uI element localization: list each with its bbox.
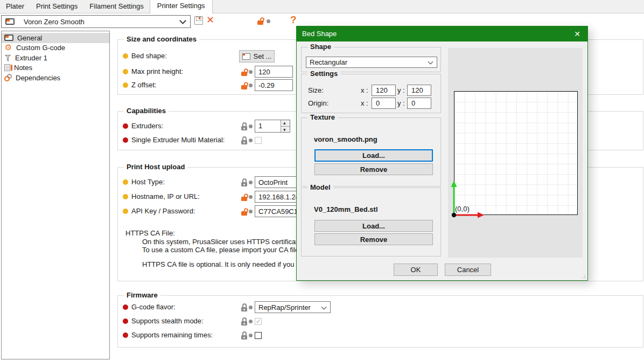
cancel-button[interactable]: Cancel xyxy=(445,264,491,276)
group-title: Capabilities xyxy=(124,107,169,115)
model-remove-button[interactable]: Remove xyxy=(314,233,433,245)
ok-button[interactable]: OK xyxy=(394,264,438,276)
shape-value: Rectangular xyxy=(310,58,347,66)
unlock-icon[interactable] xyxy=(241,207,248,216)
lock-icon[interactable] xyxy=(241,331,248,340)
group-title: Texture xyxy=(307,113,338,121)
sidebar-item-label: Notes xyxy=(14,64,32,72)
semm-label: Single Extruder Multi Material: xyxy=(131,136,225,144)
lock-icon[interactable] xyxy=(241,178,248,186)
lock-icon[interactable] xyxy=(241,317,248,326)
sidebar-item-dependencies[interactable]: Dependencies xyxy=(2,73,109,83)
bed-shape-label: Bed shape: xyxy=(131,52,167,60)
api-key-label: API Key / Password: xyxy=(131,207,195,215)
close-icon[interactable] xyxy=(567,26,587,41)
unlock-icon[interactable] xyxy=(241,81,248,89)
sidebar-item-extruder-1[interactable]: Extruder 1 xyxy=(2,53,109,63)
host-type-label: Host Type: xyxy=(131,178,165,186)
preset-name: Voron Zero Smooth xyxy=(24,18,85,26)
extruders-value: 1 xyxy=(255,120,281,132)
dot-indicator xyxy=(249,139,253,142)
dialog-titlebar[interactable]: Bed Shape xyxy=(297,26,587,41)
dot-indicator xyxy=(249,210,253,213)
texture-load-button[interactable]: Load... xyxy=(314,149,433,162)
gear-icon xyxy=(4,44,12,52)
semm-checkbox[interactable] xyxy=(255,137,262,144)
remaining-times-label: Supports remaining times: xyxy=(131,331,213,339)
remaining-times-checkbox[interactable] xyxy=(255,332,262,339)
shape-select[interactable]: Rectangular xyxy=(306,57,437,68)
size-y-input[interactable]: 120 xyxy=(407,85,431,96)
bed-shape-set-button[interactable]: Set ... xyxy=(239,50,275,63)
main-tabbar: Plater Print Settings Filament Settings … xyxy=(0,0,644,13)
settings-group: Settings Size: x : 120 y : 120 Origin: x… xyxy=(301,74,441,113)
settings-sidebar: General Custom G-code Extruder 1 Notes D… xyxy=(1,31,110,359)
hostname-label: Hostname, IP or URL: xyxy=(131,192,200,200)
model-load-button[interactable]: Load... xyxy=(314,220,433,232)
sidebar-item-notes[interactable]: Notes xyxy=(2,63,109,73)
spin-up-icon[interactable] xyxy=(281,120,290,127)
delete-preset-icon[interactable] xyxy=(206,15,217,25)
sidebar-item-label: General xyxy=(17,34,42,42)
unlock-icon[interactable] xyxy=(241,68,248,76)
stealth-mode-label: Supports stealth mode: xyxy=(131,317,204,325)
lock-icon[interactable] xyxy=(241,122,248,130)
help-icon[interactable] xyxy=(290,14,297,26)
origin-y-input[interactable]: 0 xyxy=(407,98,431,109)
lock-icon[interactable] xyxy=(241,136,248,144)
group-title: Shape xyxy=(307,43,334,51)
tab-plater[interactable]: Plater xyxy=(0,0,30,13)
x-label: x : xyxy=(361,99,368,107)
extruder-funnel-icon xyxy=(4,54,11,61)
save-preset-icon[interactable] xyxy=(194,16,203,25)
unlock-icon[interactable] xyxy=(241,193,248,201)
attention-dot xyxy=(123,179,128,185)
origin-x-input[interactable]: 0 xyxy=(372,98,396,109)
printer-preset-icon xyxy=(5,18,15,25)
notes-icon xyxy=(4,64,10,71)
texture-remove-button[interactable]: Remove xyxy=(314,163,433,175)
toolbar-unlock-icon[interactable] xyxy=(257,17,264,25)
sidebar-item-label: Custom G-code xyxy=(16,44,65,52)
group-title: Model xyxy=(307,183,333,191)
tab-printer-settings[interactable]: Printer Settings xyxy=(150,0,213,13)
spin-down-icon[interactable] xyxy=(281,127,290,133)
extruders-spinner[interactable]: 1 xyxy=(255,120,290,133)
texture-filename: voron_smooth.png xyxy=(314,135,377,143)
dot-indicator xyxy=(249,306,253,309)
size-label: Size: xyxy=(308,86,324,94)
sidebar-item-general[interactable]: General xyxy=(2,33,109,43)
extruders-label: Extruders: xyxy=(131,122,163,130)
tab-filament-settings[interactable]: Filament Settings xyxy=(83,0,149,13)
group-title: Settings xyxy=(307,70,340,78)
attention-dot xyxy=(123,53,128,59)
dot-indicator xyxy=(249,320,253,323)
max-print-height-label: Max print height: xyxy=(131,67,183,75)
max-print-height-input[interactable]: 120 xyxy=(255,66,293,78)
dependencies-icon xyxy=(4,74,12,81)
resize-grip[interactable] xyxy=(581,274,586,279)
bed-preview-panel: (0,0) xyxy=(448,48,583,258)
bed-icon xyxy=(242,53,250,60)
dot-indicator xyxy=(249,195,253,199)
sidebar-item-custom-gcode[interactable]: Custom G-code xyxy=(2,43,109,53)
chevron-down-icon xyxy=(179,17,186,24)
preset-combobox[interactable]: Voron Zero Smooth xyxy=(1,15,191,28)
gcode-flavor-select[interactable]: RepRap/Sprinter xyxy=(255,301,331,313)
z-offset-input[interactable]: -0.29 xyxy=(255,79,293,91)
size-x-input[interactable]: 120 xyxy=(372,85,396,96)
shape-group: Shape Rectangular xyxy=(301,47,441,72)
attention-dot xyxy=(123,319,128,324)
origin-coordinates-label: (0,0) xyxy=(455,205,470,213)
stealth-mode-checkbox[interactable] xyxy=(255,318,262,325)
y-label: y : xyxy=(397,99,405,107)
dot-indicator xyxy=(249,84,253,87)
model-filename: V0_120mm_Bed.stl xyxy=(314,205,378,213)
toolbar-dot-indicator xyxy=(267,19,270,23)
lock-icon[interactable] xyxy=(241,303,248,311)
tab-print-settings[interactable]: Print Settings xyxy=(30,0,83,13)
bed-shape-dialog: Bed Shape Shape Rectangular Settings Siz… xyxy=(296,26,588,281)
attention-dot xyxy=(123,333,128,338)
attention-dot xyxy=(123,137,128,143)
dot-indicator xyxy=(249,181,253,184)
